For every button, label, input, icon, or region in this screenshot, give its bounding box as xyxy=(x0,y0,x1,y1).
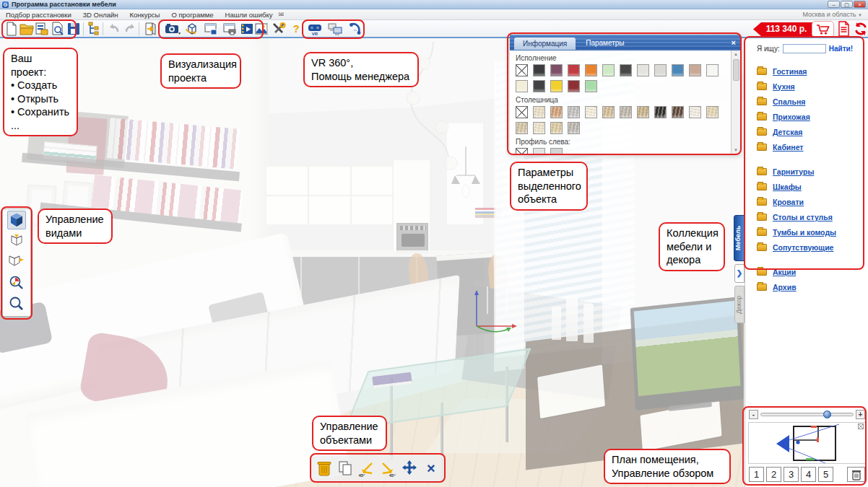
menu-item[interactable]: О программе xyxy=(171,11,213,19)
sidebar-category[interactable]: Акции xyxy=(757,264,868,279)
oven[interactable] xyxy=(396,223,428,253)
material-swatch[interactable] xyxy=(550,106,563,118)
manager-help-icon[interactable] xyxy=(328,22,342,36)
kitchen-upper-cabinets[interactable] xyxy=(266,166,393,225)
zoom-in-button[interactable]: + xyxy=(856,410,865,419)
material-swatch[interactable] xyxy=(568,122,580,134)
zoom-slider-handle[interactable] xyxy=(823,411,831,418)
view-walk-icon[interactable] xyxy=(7,253,26,271)
tv[interactable] xyxy=(630,297,744,411)
floor-plan-minimap[interactable] xyxy=(748,422,866,464)
find-button[interactable]: Найти! xyxy=(829,45,853,53)
material-swatch[interactable] xyxy=(568,80,580,92)
plan-page-button[interactable]: 3 xyxy=(784,467,799,482)
material-swatch[interactable] xyxy=(533,64,545,76)
material-swatch[interactable] xyxy=(637,64,649,76)
sidebar-category[interactable]: Прихожая xyxy=(757,109,868,124)
candle[interactable] xyxy=(552,307,561,340)
rotate-3d-icon[interactable] xyxy=(185,22,199,36)
vr-icon[interactable]: VR xyxy=(308,22,322,36)
view-3d-icon[interactable] xyxy=(7,211,26,229)
project-tree-icon[interactable] xyxy=(87,22,102,36)
expand-icon[interactable] xyxy=(858,424,864,429)
sidebar-category[interactable]: Спальня xyxy=(757,94,868,109)
search-input[interactable] xyxy=(783,44,826,53)
scroll-up-icon[interactable]: ▲ xyxy=(734,51,738,58)
delete-object-icon[interactable] xyxy=(316,460,332,477)
scroll-down-icon[interactable]: ▼ xyxy=(734,146,738,154)
undo-icon[interactable] xyxy=(107,22,121,36)
material-swatch[interactable] xyxy=(533,106,545,118)
material-swatch[interactable] xyxy=(516,122,528,134)
scrollbar-thumb[interactable] xyxy=(733,59,739,81)
material-swatch[interactable] xyxy=(672,64,684,76)
material-swatch[interactable] xyxy=(516,64,528,76)
sidebar-category[interactable]: Гостиная xyxy=(757,63,868,79)
candle[interactable] xyxy=(583,304,594,343)
axis-gizmo[interactable] xyxy=(464,287,521,339)
material-swatch[interactable] xyxy=(533,80,545,92)
menu-item[interactable]: 3D Онлайн xyxy=(83,11,118,19)
tools-icon[interactable] xyxy=(272,22,286,36)
zoom-slider[interactable] xyxy=(760,413,854,416)
plan-page-button[interactable]: 5 xyxy=(818,467,833,482)
panel-print-icon[interactable] xyxy=(222,22,237,36)
material-swatch[interactable] xyxy=(620,64,632,76)
sidebar-category[interactable]: Кухня xyxy=(757,79,868,94)
tab-parameters[interactable]: Параметры xyxy=(576,39,634,47)
pdf-export-icon[interactable] xyxy=(838,21,850,37)
material-swatch[interactable] xyxy=(689,106,701,118)
material-swatch[interactable] xyxy=(620,106,632,118)
plan-page-button[interactable]: 4 xyxy=(801,467,816,482)
sidebar-category[interactable]: Кровати xyxy=(757,194,868,209)
tab-furniture[interactable]: Мебель xyxy=(734,215,745,261)
help-icon[interactable]: ? xyxy=(289,22,303,36)
material-swatch[interactable] xyxy=(706,64,719,76)
plan-page-button[interactable]: 1 xyxy=(749,467,764,482)
close-icon[interactable]: × xyxy=(732,39,736,47)
camera-dropdown-caret[interactable]: ▼ xyxy=(178,31,181,35)
material-swatch[interactable] xyxy=(585,80,597,92)
save-icon[interactable] xyxy=(66,22,81,36)
rotate-right-icon[interactable]: 45° xyxy=(380,460,396,477)
view-top-icon[interactable] xyxy=(7,232,26,250)
close-button[interactable]: × xyxy=(854,1,866,8)
camera-snapshot-icon[interactable] xyxy=(165,22,179,36)
copy-object-icon[interactable] xyxy=(337,460,353,477)
sidebar-category[interactable]: Шкафы xyxy=(757,179,868,194)
material-swatch[interactable] xyxy=(516,106,528,118)
sidebar-category[interactable]: Детская xyxy=(757,124,868,139)
material-swatch[interactable] xyxy=(516,80,528,92)
tab-decor[interactable]: Декор xyxy=(734,286,745,323)
material-swatch[interactable] xyxy=(585,64,597,76)
material-swatch[interactable] xyxy=(654,106,667,118)
material-swatch[interactable] xyxy=(568,64,580,76)
exit-icon[interactable] xyxy=(143,22,157,36)
zoom-icon[interactable] xyxy=(7,294,26,313)
material-swatch[interactable] xyxy=(602,106,615,118)
move-object-icon[interactable] xyxy=(401,460,418,477)
material-swatch[interactable] xyxy=(654,64,667,76)
zoom-selection-icon[interactable] xyxy=(7,273,26,292)
minimize-button[interactable]: – xyxy=(828,1,840,8)
material-swatch[interactable] xyxy=(637,106,649,118)
material-swatch[interactable] xyxy=(550,64,563,76)
sidebar-category[interactable]: Кабинет xyxy=(757,139,868,154)
sidebar-category[interactable]: Сопутствующие xyxy=(757,240,868,255)
material-swatch[interactable] xyxy=(568,106,580,118)
sidebar-category[interactable]: Столы и стулья xyxy=(757,209,868,224)
material-swatch[interactable] xyxy=(585,106,597,118)
cart-button[interactable] xyxy=(812,21,834,38)
candle[interactable] xyxy=(566,297,578,341)
panel-save-icon[interactable] xyxy=(204,22,218,36)
collapse-panel-chevron[interactable]: ❯ xyxy=(734,264,745,283)
menu-item[interactable]: Подбор расстановки xyxy=(6,11,71,19)
arrangement-pick-icon[interactable] xyxy=(35,22,49,36)
new-project-icon[interactable] xyxy=(4,22,19,36)
material-swatch[interactable] xyxy=(602,64,615,76)
material-swatch[interactable] xyxy=(516,148,528,154)
plan-page-button[interactable]: 2 xyxy=(766,467,781,482)
panel-scrollbar[interactable]: ▲ ▼ xyxy=(731,51,740,154)
sidebar-category[interactable]: Тумбы и комоды xyxy=(757,224,868,240)
refresh-icon[interactable] xyxy=(854,21,868,37)
